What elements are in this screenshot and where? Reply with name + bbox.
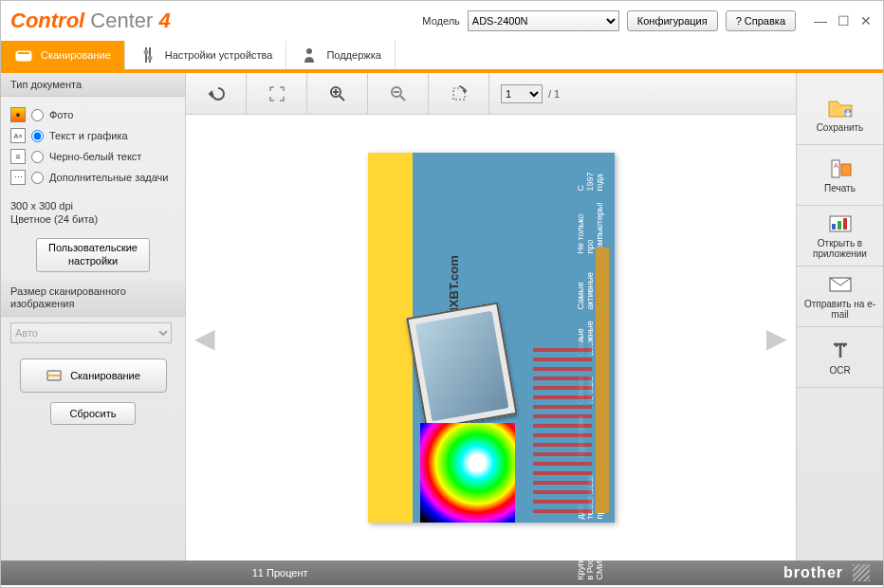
close-icon[interactable]: ✕ [858,13,874,28]
radio-photo[interactable] [31,109,44,121]
doc-type-bw-text[interactable]: ≡ Черно-белый текст [10,146,175,167]
zoom-out-button[interactable] [368,73,429,114]
scan-button[interactable]: Сканирование [20,358,167,393]
svg-point-3 [143,50,148,55]
additional-label: Дополнительные задачи [49,172,168,183]
clear-button[interactable]: Сбросить [50,402,136,425]
text-graphics-icon: A≡ [10,128,26,143]
brand-logo: brother [783,564,843,581]
scanned-preview: Кратко о портале iXBT.com Крупнейшее в Р… [368,153,615,523]
maximize-icon[interactable]: ☐ [836,13,851,28]
scan-size-header: Размер сканированного изображения [1,280,185,317]
settings-icon [138,46,157,64]
radio-text-graphics[interactable] [31,130,44,142]
preview-sidebar-stripe [596,248,609,513]
photo-icon: ● [10,107,26,122]
help-button[interactable]: ? Справка [726,10,796,31]
logo-main: Control [10,9,84,32]
preview-toolbar: 1 / 1 [186,73,796,115]
svg-rect-2 [149,47,151,63]
email-icon [827,273,854,296]
folder-save-icon [827,97,854,119]
fit-screen-button[interactable] [247,73,307,114]
radio-bw-text[interactable] [31,151,44,163]
preview-area: ◀ Кратко о портале iXBT.com Крупнейшее в… [186,115,796,560]
save-label: Сохранить [817,122,864,133]
open-app-icon [827,212,854,235]
actions-panel: Сохранить A Печать Открыть в приложении … [796,73,883,560]
preview-color-gamut [420,423,515,523]
support-icon [300,46,319,64]
doc-type-header: Тип документа [1,73,185,97]
print-icon: A [827,157,854,180]
page-selector: 1 / 1 [489,73,571,114]
print-button[interactable]: A Печать [797,145,883,206]
bw-text-icon: ≡ [10,149,26,164]
tab-bar: Сканирование Настройки устройства Поддер… [1,41,883,73]
radio-additional[interactable] [31,172,44,184]
print-label: Печать [824,183,856,193]
resize-grip-icon[interactable] [853,564,870,581]
scan-button-label: Сканирование [70,370,140,381]
open-app-label: Открыть в приложении [801,238,879,259]
svg-point-5 [306,48,312,54]
resolution-dpi: 300 x 300 dpi [10,199,175,212]
footer: 11 Процент brother [1,560,883,585]
rotate-button[interactable] [429,73,489,114]
undo-button[interactable] [186,73,247,114]
help-label: Справка [745,15,785,27]
svg-point-4 [147,56,152,61]
svg-rect-16 [838,221,841,230]
preview-phone-photo [406,302,517,430]
model-select[interactable]: ADS-2400N [468,10,619,31]
ocr-button[interactable]: OCR [797,327,883,388]
svg-rect-1 [145,47,147,63]
doc-type-photo[interactable]: ● Фото [10,104,175,125]
custom-settings-button[interactable]: Пользовательские настройки [36,238,150,272]
center-pane: 1 / 1 ◀ Кратко о портале iXBT.com Крупне… [186,73,796,560]
open-app-button[interactable]: Открыть в приложении [797,206,883,266]
logo-sub: Center [84,9,153,32]
page-total: / 1 [548,88,560,100]
status-text: 11 Процент [252,567,308,579]
doc-type-text-graphics[interactable]: A≡ Текст и графика [10,125,175,146]
svg-rect-15 [832,224,836,230]
prev-page-arrow[interactable]: ◀ [193,322,216,353]
page-select[interactable]: 1 [501,84,543,103]
tab-device-label: Настройки устройства [165,49,273,61]
bullet-7: С 1997 года [577,172,605,191]
ocr-label: OCR [829,365,850,376]
save-button[interactable]: Сохранить [797,84,883,145]
email-button[interactable]: Отправить на e-mail [797,266,883,327]
zoom-in-button[interactable] [307,73,368,114]
minimize-icon[interactable]: — [813,13,828,28]
scan-button-icon [46,367,63,384]
text-graphics-label: Текст и графика [49,130,128,141]
additional-icon: ⋯ [10,170,26,185]
model-label: Модель [422,15,459,27]
svg-rect-17 [843,218,847,230]
ocr-icon [827,340,854,362]
tab-scan[interactable]: Сканирование [1,41,125,69]
resolution-info: 300 x 300 dpi Цветное (24 бита) [1,195,185,230]
tab-support-label: Поддержка [326,49,380,61]
sidebar: Тип документа ● Фото A≡ Текст и графика … [1,73,186,560]
help-icon: ? [736,15,742,27]
tab-scan-label: Сканирование [41,49,111,61]
svg-rect-13 [841,164,851,175]
svg-text:A: A [834,162,838,169]
doc-type-additional[interactable]: ⋯ Дополнительные задачи [10,167,175,188]
tab-support[interactable]: Поддержка [286,41,395,69]
bullet-0: Крупнейшее в России СМИ [577,531,605,580]
bullet-6: Не только про компьютеры! [577,202,605,253]
next-page-arrow[interactable]: ▶ [765,322,788,353]
logo-num: 4 [153,9,170,32]
config-button[interactable]: Конфигурация [627,10,718,31]
header: Control Center 4 Модель ADS-2400N Конфиг… [1,1,883,41]
email-label: Отправить на e-mail [801,299,879,320]
photo-label: Фото [49,109,73,120]
bw-text-label: Черно-белый текст [49,151,141,162]
scan-size-select[interactable]: Авто [10,322,172,343]
tab-device-settings[interactable]: Настройки устройства [125,41,287,69]
app-logo: Control Center 4 [10,9,171,33]
